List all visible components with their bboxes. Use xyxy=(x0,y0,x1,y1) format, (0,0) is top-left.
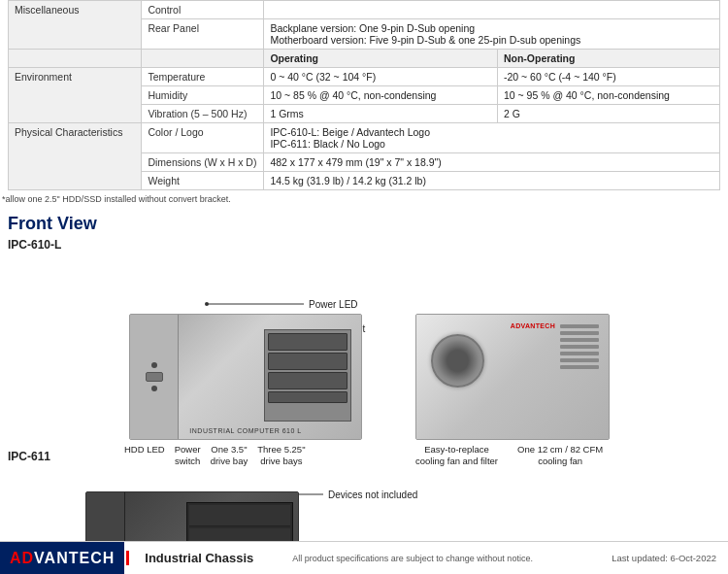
env-header-row: Operating Non-Operating xyxy=(9,50,720,68)
drive-525-label: Three 5.25"drive bays xyxy=(257,444,305,468)
env-op-header: Operating xyxy=(264,50,498,68)
category-env: Environment xyxy=(9,68,142,123)
chassis-inner: INDUSTRIAL COMPUTER 610 L xyxy=(130,315,361,439)
vent-5 xyxy=(560,352,599,355)
ipc610-chassis-right: ADVANTECH Easy-to-replacecooling fan and… xyxy=(415,260,610,468)
chassis-label-bar: INDUSTRIAL COMPUTER 610 L xyxy=(130,427,361,434)
footer: ADVANTECH Industrial Chassis All product… xyxy=(0,541,728,574)
brand-rest: VANTECH xyxy=(34,550,115,566)
env-nonop-2: 10 ~ 95 % @ 40 °C, non-condensing xyxy=(497,86,719,105)
phys-label-3: Weight xyxy=(142,172,264,190)
fan-filter-label: Easy-to-replacecooling fan and filter xyxy=(415,444,498,468)
footer-note: All product specifications are subject t… xyxy=(281,554,533,563)
table-row: Miscellaneous Control xyxy=(9,1,720,19)
ipc610-chassis-left: INDUSTRIAL COMPUTER 610 L HDD LED Powers… xyxy=(71,285,362,468)
footer-product: Industrial Chassis xyxy=(126,551,269,565)
front-view-title: Front View xyxy=(8,214,720,234)
fan-12cm-label: One 12 cm / 82 CFMcooling fan xyxy=(517,444,603,468)
specs-table: Miscellaneous Control Rear Panel Backpla… xyxy=(8,0,720,190)
right-vents xyxy=(560,324,599,431)
vent-1 xyxy=(560,324,599,328)
vent-7 xyxy=(560,365,599,369)
phys-label-2: Dimensions (W x H x D) xyxy=(142,153,264,172)
bay-611-1 xyxy=(189,505,290,526)
ipc610-diagram: Power LED System reset button xyxy=(8,255,720,450)
phys-val-2: 482 x 177 x 479 mm (19" x 7" x 18.9") xyxy=(264,153,720,172)
devices-not-included-label: Devices not included xyxy=(328,490,417,500)
right-side-labels: Easy-to-replacecooling fan and filter On… xyxy=(415,444,610,468)
env-blank xyxy=(142,50,264,68)
power-switch-indicator xyxy=(146,372,163,382)
fan-grill xyxy=(431,334,484,388)
chassis-image-left: INDUSTRIAL COMPUTER 610 L xyxy=(129,314,362,440)
phys-val-1: IPC-610-L: Beige / Advantech LogoIPC-611… xyxy=(264,123,720,153)
ipc610-model-label: IPC-610-L xyxy=(8,238,720,252)
phys-val-3: 14.5 kg (31.9 lb) / 14.2 kg (31.2 lb) xyxy=(264,172,720,190)
env-label-2: Humidity xyxy=(142,86,264,105)
footer-brand: ADVANTECH xyxy=(0,542,124,574)
specs-table-wrap: Miscellaneous Control Rear Panel Backpla… xyxy=(0,0,728,190)
drive-35-label: One 3.5"drive bay xyxy=(211,444,248,468)
bottom-labels: HDD LED Powerswitch One 3.5"drive bay Th… xyxy=(124,444,362,468)
env-val-1: 0 ~ 40 °C (32 ~ 104 °F) xyxy=(264,68,498,86)
drive-slot-1 xyxy=(268,333,347,351)
chassis-inner-right: ADVANTECH xyxy=(416,315,609,439)
drive-slot-2 xyxy=(268,353,347,370)
vent-3 xyxy=(560,338,599,342)
misc-label-1: Control xyxy=(142,1,264,19)
phys-label-1: Color / Logo xyxy=(142,123,264,153)
table-row: Environment Temperature 0 ~ 40 °C (32 ~ … xyxy=(9,68,720,86)
env-nonop-1: -20 ~ 60 °C (-4 ~ 140 °F) xyxy=(497,68,719,86)
vent-4 xyxy=(560,345,599,349)
env-val-3: 1 Grms xyxy=(264,105,498,123)
drive-slot-3 xyxy=(268,372,347,389)
allow-note: *allow one 2.5" HDD/SSD installed withou… xyxy=(0,194,728,204)
footer-updated: Last updated: 6-Oct-2022 xyxy=(612,553,728,563)
chassis-image-right: ADVANTECH xyxy=(415,314,610,440)
brand-adv: AD xyxy=(10,550,34,566)
hdd-led-indicator xyxy=(151,362,157,368)
env-nonop-3: 2 G xyxy=(497,105,719,123)
category-phys: Physical Characteristics xyxy=(9,123,142,190)
misc-label-2: Rear Panel xyxy=(142,19,264,50)
env-val-2: 10 ~ 85 % @ 40 °C, non-condensing xyxy=(264,86,498,105)
advantech-logo-small: ADVANTECH xyxy=(511,322,555,329)
front-panel xyxy=(130,315,179,439)
vent-2 xyxy=(560,331,599,335)
vent-6 xyxy=(560,358,599,362)
footer-brand-text: ADVANTECH xyxy=(10,550,115,567)
category-misc: Miscellaneous xyxy=(9,1,142,50)
drive-slot-4 xyxy=(268,391,347,403)
env-nonop-header: Non-Operating xyxy=(497,50,719,68)
power-switch-label: Powerswitch xyxy=(175,444,201,468)
misc-val-1 xyxy=(264,1,720,19)
env-label-1: Temperature xyxy=(142,68,264,86)
footer-note-area: All product specifications are subject t… xyxy=(269,554,533,563)
drive-bay-area xyxy=(264,329,351,422)
power-led-indicator xyxy=(151,386,157,391)
env-cat-header xyxy=(9,50,142,68)
env-label-3: Vibration (5 – 500 Hz) xyxy=(142,105,264,123)
table-row: Physical Characteristics Color / Logo IP… xyxy=(9,123,720,153)
front-view-section: Front View IPC-610-L Power LED System re… xyxy=(0,210,728,574)
misc-val-2: Backplane version: One 9-pin D-Sub openi… xyxy=(264,19,720,50)
hdd-led-label: HDD LED xyxy=(124,444,165,456)
